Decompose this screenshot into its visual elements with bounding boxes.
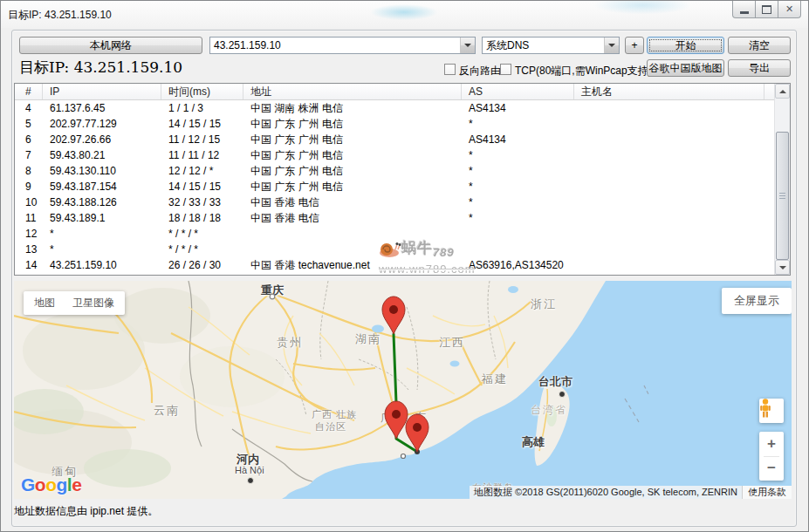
scroll-down-button[interactable] <box>775 260 790 275</box>
table-cell <box>462 242 574 257</box>
watermark-url: www.wn789.com <box>379 263 476 276</box>
google-logo-letter: g <box>57 474 67 494</box>
table-cell: 5 <box>15 116 43 132</box>
table-row[interactable]: 1059.43.188.12632 / 33 / 33中国 香港 电信* <box>15 194 775 210</box>
table-row[interactable]: 5202.97.77.12914 / 15 / 15中国 广东 广州 电信* <box>15 116 775 132</box>
table-cell: 8 <box>15 163 43 179</box>
close-icon: ✕ <box>785 4 793 14</box>
table-cell: 32 / 33 / 33 <box>161 194 243 210</box>
terms-link[interactable]: 使用条款 <box>742 486 792 499</box>
window-title: 目标IP: 43.251.159.10 <box>8 8 112 23</box>
table-cell: AS4134 <box>462 100 574 116</box>
table-row[interactable]: 461.137.6.451 / 1 / 3中国 湖南 株洲 电信AS4134 <box>15 100 775 116</box>
column-header-ip[interactable]: IP <box>43 84 161 99</box>
map-type-map[interactable]: 地图 <box>34 296 55 310</box>
export-button[interactable]: 导出 <box>728 59 791 77</box>
maximize-button[interactable] <box>755 1 778 18</box>
google-logo-letter: o <box>45 474 56 494</box>
table-cell: 59.43.187.154 <box>43 179 161 194</box>
table-cell: 61.137.6.45 <box>43 100 161 116</box>
minimize-button[interactable] <box>732 1 756 18</box>
table-cell <box>574 116 764 132</box>
scroll-up-button[interactable] <box>775 84 790 99</box>
table-cell: * <box>462 210 574 226</box>
zoom-out-button[interactable]: − <box>759 457 784 481</box>
table-cell: * <box>43 242 161 257</box>
table-cell: 43.251.159.10 <box>43 257 161 273</box>
table-cell: * <box>462 179 574 194</box>
target-ip-combobox[interactable]: 43.251.159.10 <box>209 37 476 54</box>
column-header-hop[interactable]: # <box>15 84 43 99</box>
table-cell: 中国 广东 广州 电信 <box>243 116 462 132</box>
table-row[interactable]: 859.43.130.11012 / 12 / *中国 广东 广州 电信* <box>15 163 775 179</box>
vertical-scrollbar[interactable] <box>774 84 790 275</box>
table-cell <box>574 242 764 257</box>
map-type-control[interactable]: 地图 卫星图像 <box>24 291 125 315</box>
maximize-icon <box>762 5 771 14</box>
scrollbar-thumb[interactable] <box>776 132 789 260</box>
google-logo[interactable]: Google <box>21 474 81 495</box>
table-cell: 12 / 12 / * <box>161 163 243 179</box>
table-cell: 11 / 12 / 15 <box>161 132 243 147</box>
column-header-host[interactable]: 主机名 <box>574 84 764 99</box>
tcp-label[interactable]: TCP(80端口,需WinPcap支持) <box>515 64 652 78</box>
dns-combobox[interactable]: 系统DNS <box>482 37 620 54</box>
table-row[interactable]: 6202.97.26.6611 / 12 / 15中国 广东 广州 电信AS41… <box>15 132 775 147</box>
table-cell: * <box>462 163 574 179</box>
table-cell: 12 <box>15 226 43 242</box>
table-cell: 14 <box>15 257 43 273</box>
table-cell: 59.43.189.1 <box>43 210 161 226</box>
arrow-down-icon <box>779 266 786 269</box>
map-type-satellite[interactable]: 卫星图像 <box>72 296 114 310</box>
table-cell: 18 / 18 / 18 <box>161 210 243 226</box>
table-cell <box>574 226 764 242</box>
table-cell: 中国 湖南 株洲 电信 <box>243 100 462 116</box>
table-cell <box>574 100 764 116</box>
table-cell: 中国 香港 电信 <box>243 210 462 226</box>
table-cell <box>574 132 764 147</box>
dns-value[interactable]: 系统DNS <box>483 38 604 53</box>
table-cell <box>574 163 764 179</box>
target-ip-label: 目标IP: 43.251.159.10 <box>19 58 182 78</box>
tcp-checkbox[interactable] <box>500 64 511 75</box>
table-row[interactable]: 759.43.80.2111 / 11 / 12中国 广东 广州 电信* <box>15 147 775 163</box>
target-ip-value[interactable]: 43.251.159.10 <box>210 39 460 51</box>
column-header-time[interactable]: 时间(ms) <box>161 84 243 99</box>
table-cell: * / * / * <box>161 226 243 242</box>
local-network-button[interactable]: 本机网络 <box>19 37 202 54</box>
table-cell: 11 <box>15 210 43 226</box>
table-cell: 中国 香港 电信 <box>243 194 462 210</box>
fullscreen-button[interactable]: 全屏显示 <box>722 288 792 314</box>
close-button[interactable]: ✕ <box>778 1 801 18</box>
route-map[interactable]: 重庆贵州湖南江西浙江福建云南广西 壮族自治区广东缅甸河内Hà Nội台北市台湾省… <box>14 281 792 499</box>
table-cell <box>574 210 764 226</box>
add-button[interactable]: + <box>625 37 644 54</box>
clear-button[interactable]: 清空 <box>728 37 791 54</box>
target-ip-dropdown-button[interactable] <box>460 38 475 53</box>
pegman-button[interactable] <box>759 399 784 423</box>
minimize-icon <box>740 11 749 14</box>
column-header-as[interactable]: AS <box>462 84 574 99</box>
trace-table-header[interactable]: # IP 时间(ms) 地址 AS 主机名 <box>15 84 775 100</box>
table-cell: 7 <box>15 147 43 163</box>
pin-guangzhou <box>385 401 408 439</box>
titlebar[interactable]: 目标IP: 43.251.159.10 ✕ <box>1 1 808 28</box>
reverse-route-label[interactable]: 反向路由 <box>459 64 501 78</box>
arrow-up-icon <box>779 90 786 93</box>
column-header-address[interactable]: 地址 <box>243 84 462 99</box>
start-button[interactable]: 开始 <box>647 37 724 54</box>
table-cell: 26 / 26 / 30 <box>161 257 243 273</box>
table-cell <box>462 226 574 242</box>
table-cell: * / * / * <box>161 242 243 257</box>
google-cn-map-button[interactable]: 谷歌中国版地图 <box>647 59 724 77</box>
dns-dropdown-button[interactable] <box>604 38 619 53</box>
zoom-control: + − <box>759 432 784 481</box>
reverse-route-checkbox[interactable] <box>444 64 456 75</box>
table-cell: 59.43.130.110 <box>43 163 161 179</box>
table-cell: 中国 广东 广州 电信 <box>243 179 462 194</box>
table-row[interactable]: 959.43.187.15414 / 15 / 15中国 广东 广州 电信* <box>15 179 775 194</box>
table-row[interactable]: 1159.43.189.118 / 18 / 18中国 香港 电信* <box>15 210 775 226</box>
zoom-in-button[interactable]: + <box>759 432 784 456</box>
pin-zhuzhou <box>382 297 405 334</box>
table-cell: * <box>43 226 161 242</box>
